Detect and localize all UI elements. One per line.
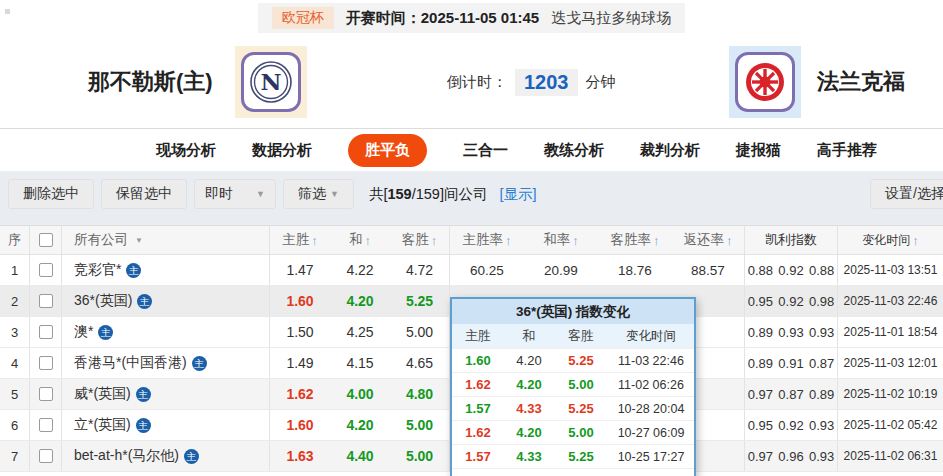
col-header-change-time[interactable]: 变化时间↑ — [838, 226, 943, 254]
company-name[interactable]: 澳* — [74, 323, 93, 341]
nav-tab[interactable]: 数据分析 — [252, 134, 312, 167]
popup-history-row: 1.574.335.2510-28 20:04 — [452, 396, 694, 420]
home-win-odds[interactable]: 1.49 — [270, 355, 330, 371]
select-all-checkbox[interactable] — [39, 233, 53, 247]
sort-up-icon[interactable]: ↑ — [365, 233, 372, 248]
popup-change-time: 10-28 20:04 — [608, 402, 694, 416]
company-cell[interactable]: 香港马*(中国香港)主 — [62, 348, 270, 378]
sort-up-icon[interactable]: ↑ — [311, 233, 318, 248]
home-win-odds[interactable]: 1.62 — [270, 386, 330, 402]
filter-button[interactable]: 筛选▼ — [283, 179, 354, 209]
sort-up-icon[interactable]: ↑ — [653, 233, 660, 248]
col-header-away-win[interactable]: 客胜↑ — [390, 226, 450, 254]
odds-value: 4.33 — [516, 449, 541, 464]
home-win-odds[interactable]: 1.47 — [270, 262, 330, 278]
kelly-indices: 0.970.870.89 — [745, 379, 838, 409]
away-win-odds[interactable]: 5.25 — [390, 286, 450, 316]
draw-odds[interactable]: 4.00 — [330, 386, 390, 402]
countdown-unit: 分钟 — [586, 73, 616, 92]
row-index: 7 — [0, 441, 30, 471]
home-win-odds[interactable]: 1.60 — [270, 293, 330, 309]
show-link[interactable]: [显示] — [499, 185, 536, 204]
home-win-odds[interactable]: 1.63 — [270, 448, 330, 464]
nav-tab[interactable]: 胜平负 — [348, 134, 427, 167]
company-cell[interactable]: 澳*主 — [62, 317, 270, 347]
away-win-odds[interactable]: 4.80 — [390, 379, 450, 409]
away-win-odds[interactable]: 4.72 — [390, 255, 450, 285]
league-badge[interactable]: 欧冠杯 — [272, 7, 334, 29]
draw-odds[interactable]: 4.15 — [330, 355, 390, 371]
row-checkbox[interactable] — [39, 387, 53, 401]
company-cell[interactable]: bet-at-h*(马尔他)主 — [62, 441, 270, 471]
settings-button[interactable]: 设置/选择 — [870, 179, 943, 209]
kelly-value: 0.92 — [778, 294, 803, 309]
napoli-crest-icon: N — [241, 52, 301, 112]
home-win-odds[interactable]: 1.50 — [270, 324, 330, 340]
svg-text:N: N — [260, 68, 281, 95]
col-header-draw-rate[interactable]: 和率↑ — [524, 226, 598, 254]
sort-up-icon[interactable]: ↑ — [572, 233, 579, 248]
popup-col-header: 变化时间 — [608, 328, 694, 345]
sort-up-icon[interactable]: ↑ — [912, 233, 919, 248]
away-win-odds[interactable]: 4.65 — [390, 348, 450, 378]
col-header-home-rate[interactable]: 主胜率↑ — [450, 226, 524, 254]
row-checkbox[interactable] — [39, 449, 53, 463]
col-header-home-win[interactable]: 主胜↑ — [270, 226, 330, 254]
company-name[interactable]: 36*(英国) — [74, 292, 132, 310]
away-win-odds[interactable]: 5.00 — [390, 441, 450, 471]
row-checkbox[interactable] — [39, 418, 53, 432]
company-cell[interactable]: 威*(英国)主 — [62, 379, 270, 409]
frankfurt-crest-icon — [735, 52, 795, 112]
popup-away-odds: 5.25 — [554, 449, 608, 464]
nav-tab[interactable]: 捷报猫 — [736, 134, 781, 167]
company-name[interactable]: bet-at-h*(马尔他) — [74, 447, 179, 465]
kelly-indices: 0.950.920.98 — [745, 286, 838, 316]
row-checkbox[interactable] — [39, 294, 53, 308]
col-header-draw[interactable]: 和↑ — [330, 226, 390, 254]
delete-selected-button[interactable]: 删除选中 — [8, 179, 94, 209]
away-win-odds[interactable]: 5.00 — [390, 410, 450, 440]
popup-title: 36*(英国) 指数变化 — [452, 299, 694, 324]
row-checkbox[interactable] — [39, 325, 53, 339]
draw-odds[interactable]: 4.22 — [330, 262, 390, 278]
nav-tab[interactable]: 现场分析 — [156, 134, 216, 167]
nav-tab[interactable]: 裁判分析 — [640, 134, 700, 167]
company-cell[interactable]: 立*(英国)主 — [62, 410, 270, 440]
row-checkbox[interactable] — [39, 356, 53, 370]
home-team-name: 那不勒斯(主) — [88, 67, 213, 97]
draw-odds[interactable]: 4.20 — [330, 417, 390, 433]
keep-selected-button[interactable]: 保留选中 — [101, 179, 187, 209]
select-all-checkbox-cell — [30, 226, 62, 254]
row-index: 4 — [0, 348, 30, 378]
nav-tab[interactable]: 教练分析 — [544, 134, 604, 167]
sort-up-icon[interactable]: ↑ — [505, 233, 512, 248]
col-header-away-rate[interactable]: 客胜率↑ — [598, 226, 672, 254]
company-name[interactable]: 立*(英国) — [74, 416, 131, 434]
popup-away-odds: 5.25 — [554, 401, 608, 416]
draw-odds[interactable]: 4.20 — [330, 293, 390, 309]
home-win-odds[interactable]: 1.60 — [270, 417, 330, 433]
row-checkbox[interactable] — [39, 263, 53, 277]
draw-odds[interactable]: 4.25 — [330, 324, 390, 340]
sort-up-icon[interactable]: ↑ — [431, 233, 438, 248]
kelly-indices: 0.890.910.87 — [745, 348, 838, 378]
company-cell[interactable]: 竞彩官*主 — [62, 255, 270, 285]
table-row: 1竞彩官*主1.474.224.7260.2520.9918.7688.570.… — [0, 255, 943, 286]
company-name[interactable]: 竞彩官* — [74, 261, 121, 279]
row-checkbox-cell — [30, 410, 62, 440]
company-name[interactable]: 香港马*(中国香港) — [74, 354, 187, 372]
company-name[interactable]: 威*(英国) — [74, 385, 131, 403]
sort-up-icon[interactable]: ↑ — [726, 233, 733, 248]
col-header-return-rate[interactable]: 返还率↑ — [672, 226, 745, 254]
live-odds-select-value: 即时 — [205, 185, 233, 203]
draw-odds[interactable]: 4.40 — [330, 448, 390, 464]
company-cell[interactable]: 36*(英国)主 — [62, 286, 270, 316]
odds-history-popup: 36*(英国) 指数变化 主胜和客胜变化时间 1.604.205.2511-03… — [450, 297, 696, 476]
nav-tab[interactable]: 三合一 — [463, 134, 508, 167]
away-win-odds[interactable]: 5.00 — [390, 317, 450, 347]
col-header-company[interactable]: 所有公司▼ — [62, 226, 270, 254]
odds-value: 1.57 — [465, 401, 490, 416]
chevron-down-icon: ▼ — [135, 236, 143, 245]
nav-tab[interactable]: 高手推荐 — [817, 134, 877, 167]
live-odds-select[interactable]: 即时▼ — [194, 179, 276, 209]
